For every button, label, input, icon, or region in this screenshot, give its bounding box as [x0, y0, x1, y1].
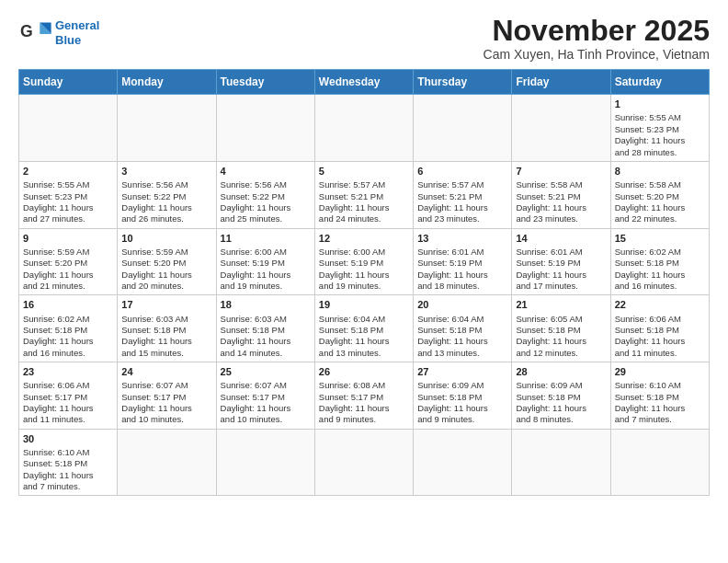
- month-title: November 2025: [483, 15, 710, 47]
- calendar-cell: 11Sunrise: 6:00 AM Sunset: 5:19 PM Dayli…: [216, 228, 314, 295]
- calendar-cell: [414, 95, 512, 162]
- calendar-table: SundayMondayTuesdayWednesdayThursdayFrid…: [18, 69, 710, 496]
- calendar-cell: 1Sunrise: 5:55 AM Sunset: 5:23 PM Daylig…: [610, 95, 709, 162]
- day-info: Sunrise: 6:04 AM Sunset: 5:18 PM Dayligh…: [417, 314, 507, 359]
- weekday-header-tuesday: Tuesday: [216, 70, 314, 95]
- day-number: 26: [319, 365, 409, 378]
- calendar-week-row: 2Sunrise: 5:55 AM Sunset: 5:23 PM Daylig…: [19, 161, 710, 228]
- day-info: Sunrise: 6:10 AM Sunset: 5:18 PM Dayligh…: [615, 380, 705, 425]
- calendar-cell: 3Sunrise: 5:56 AM Sunset: 5:22 PM Daylig…: [118, 161, 216, 228]
- day-info: Sunrise: 5:56 AM Sunset: 5:22 PM Dayligh…: [221, 179, 311, 224]
- day-number: 22: [615, 298, 705, 311]
- calendar-cell: [118, 95, 216, 162]
- calendar-week-row: 16Sunrise: 6:02 AM Sunset: 5:18 PM Dayli…: [19, 295, 710, 362]
- day-info: Sunrise: 6:07 AM Sunset: 5:17 PM Dayligh…: [121, 380, 211, 425]
- day-info: Sunrise: 6:06 AM Sunset: 5:18 PM Dayligh…: [615, 314, 705, 359]
- day-number: 23: [23, 365, 113, 378]
- day-info: Sunrise: 6:09 AM Sunset: 5:18 PM Dayligh…: [417, 380, 507, 425]
- calendar-cell: 17Sunrise: 6:03 AM Sunset: 5:18 PM Dayli…: [118, 295, 216, 362]
- weekday-header-wednesday: Wednesday: [314, 70, 413, 95]
- day-number: 13: [417, 232, 507, 245]
- calendar-cell: 29Sunrise: 6:10 AM Sunset: 5:18 PM Dayli…: [610, 362, 709, 429]
- weekday-header-row: SundayMondayTuesdayWednesdayThursdayFrid…: [19, 70, 710, 95]
- calendar-cell: [414, 429, 512, 496]
- weekday-header-saturday: Saturday: [610, 70, 709, 95]
- day-number: 3: [121, 165, 211, 178]
- calendar-cell: 30Sunrise: 6:10 AM Sunset: 5:18 PM Dayli…: [19, 429, 118, 496]
- calendar-cell: 18Sunrise: 6:03 AM Sunset: 5:18 PM Dayli…: [216, 295, 314, 362]
- day-info: Sunrise: 6:02 AM Sunset: 5:18 PM Dayligh…: [23, 314, 113, 359]
- day-number: 8: [615, 165, 705, 178]
- logo-blue: Blue: [55, 33, 81, 47]
- day-info: Sunrise: 6:09 AM Sunset: 5:18 PM Dayligh…: [516, 380, 606, 425]
- calendar-cell: 25Sunrise: 6:07 AM Sunset: 5:17 PM Dayli…: [216, 362, 314, 429]
- calendar-cell: [314, 429, 413, 496]
- calendar-cell: 16Sunrise: 6:02 AM Sunset: 5:18 PM Dayli…: [19, 295, 118, 362]
- calendar-cell: 5Sunrise: 5:57 AM Sunset: 5:21 PM Daylig…: [314, 161, 413, 228]
- calendar-cell: [610, 429, 709, 496]
- calendar-cell: [512, 429, 610, 496]
- logo-general: General: [55, 18, 99, 32]
- day-info: Sunrise: 6:00 AM Sunset: 5:19 PM Dayligh…: [319, 247, 409, 292]
- calendar-cell: 28Sunrise: 6:09 AM Sunset: 5:18 PM Dayli…: [512, 362, 610, 429]
- calendar-cell: 10Sunrise: 5:59 AM Sunset: 5:20 PM Dayli…: [118, 228, 216, 295]
- day-number: 11: [221, 232, 311, 245]
- calendar-cell: 8Sunrise: 5:58 AM Sunset: 5:20 PM Daylig…: [610, 161, 709, 228]
- calendar-cell: 19Sunrise: 6:04 AM Sunset: 5:18 PM Dayli…: [314, 295, 413, 362]
- svg-text:G: G: [20, 22, 33, 40]
- day-number: 7: [516, 165, 606, 178]
- calendar-cell: 26Sunrise: 6:08 AM Sunset: 5:17 PM Dayli…: [314, 362, 413, 429]
- calendar-cell: 27Sunrise: 6:09 AM Sunset: 5:18 PM Dayli…: [414, 362, 512, 429]
- calendar-cell: 7Sunrise: 5:58 AM Sunset: 5:21 PM Daylig…: [512, 161, 610, 228]
- day-number: 18: [221, 298, 311, 311]
- day-info: Sunrise: 6:02 AM Sunset: 5:18 PM Dayligh…: [615, 247, 705, 292]
- calendar-cell: 24Sunrise: 6:07 AM Sunset: 5:17 PM Dayli…: [118, 362, 216, 429]
- day-info: Sunrise: 5:57 AM Sunset: 5:21 PM Dayligh…: [319, 179, 409, 224]
- weekday-header-monday: Monday: [118, 70, 216, 95]
- day-number: 5: [319, 165, 409, 178]
- day-info: Sunrise: 5:55 AM Sunset: 5:23 PM Dayligh…: [615, 112, 705, 157]
- day-number: 27: [417, 365, 507, 378]
- day-info: Sunrise: 6:04 AM Sunset: 5:18 PM Dayligh…: [319, 314, 409, 359]
- day-info: Sunrise: 6:06 AM Sunset: 5:17 PM Dayligh…: [23, 380, 113, 425]
- logo-text: General Blue: [55, 18, 99, 47]
- weekday-header-sunday: Sunday: [19, 70, 118, 95]
- calendar-cell: [512, 95, 610, 162]
- day-info: Sunrise: 5:55 AM Sunset: 5:23 PM Dayligh…: [23, 179, 113, 224]
- calendar-cell: 21Sunrise: 6:05 AM Sunset: 5:18 PM Dayli…: [512, 295, 610, 362]
- calendar-cell: 14Sunrise: 6:01 AM Sunset: 5:19 PM Dayli…: [512, 228, 610, 295]
- day-info: Sunrise: 5:58 AM Sunset: 5:20 PM Dayligh…: [615, 179, 705, 224]
- day-number: 2: [23, 165, 113, 178]
- day-number: 14: [516, 232, 606, 245]
- day-number: 21: [516, 298, 606, 311]
- calendar-week-row: 1Sunrise: 5:55 AM Sunset: 5:23 PM Daylig…: [19, 95, 710, 162]
- day-number: 19: [319, 298, 409, 311]
- day-info: Sunrise: 6:07 AM Sunset: 5:17 PM Dayligh…: [221, 380, 311, 425]
- weekday-header-friday: Friday: [512, 70, 610, 95]
- calendar-cell: 12Sunrise: 6:00 AM Sunset: 5:19 PM Dayli…: [314, 228, 413, 295]
- day-info: Sunrise: 6:05 AM Sunset: 5:18 PM Dayligh…: [516, 314, 606, 359]
- day-number: 24: [121, 365, 211, 378]
- calendar-cell: 13Sunrise: 6:01 AM Sunset: 5:19 PM Dayli…: [414, 228, 512, 295]
- day-number: 28: [516, 365, 606, 378]
- day-number: 1: [615, 98, 705, 110]
- calendar-cell: 9Sunrise: 5:59 AM Sunset: 5:20 PM Daylig…: [19, 228, 118, 295]
- calendar-cell: [216, 95, 314, 162]
- day-info: Sunrise: 5:56 AM Sunset: 5:22 PM Dayligh…: [121, 179, 211, 224]
- logo: G General Blue: [18, 18, 99, 47]
- calendar-cell: 15Sunrise: 6:02 AM Sunset: 5:18 PM Dayli…: [610, 228, 709, 295]
- day-number: 4: [221, 165, 311, 178]
- weekday-header-thursday: Thursday: [414, 70, 512, 95]
- calendar-week-row: 9Sunrise: 5:59 AM Sunset: 5:20 PM Daylig…: [19, 228, 710, 295]
- day-number: 20: [417, 298, 507, 311]
- day-number: 6: [417, 165, 507, 178]
- title-block: November 2025 Cam Xuyen, Ha Tinh Provinc…: [483, 15, 710, 62]
- day-info: Sunrise: 6:08 AM Sunset: 5:17 PM Dayligh…: [319, 380, 409, 425]
- day-number: 9: [23, 232, 113, 245]
- calendar-cell: 6Sunrise: 5:57 AM Sunset: 5:21 PM Daylig…: [414, 161, 512, 228]
- day-info: Sunrise: 5:57 AM Sunset: 5:21 PM Dayligh…: [417, 179, 507, 224]
- calendar-cell: 23Sunrise: 6:06 AM Sunset: 5:17 PM Dayli…: [19, 362, 118, 429]
- calendar-cell: [314, 95, 413, 162]
- header: G General Blue November 2025 Cam Xuyen, …: [18, 15, 710, 62]
- day-number: 30: [23, 432, 113, 445]
